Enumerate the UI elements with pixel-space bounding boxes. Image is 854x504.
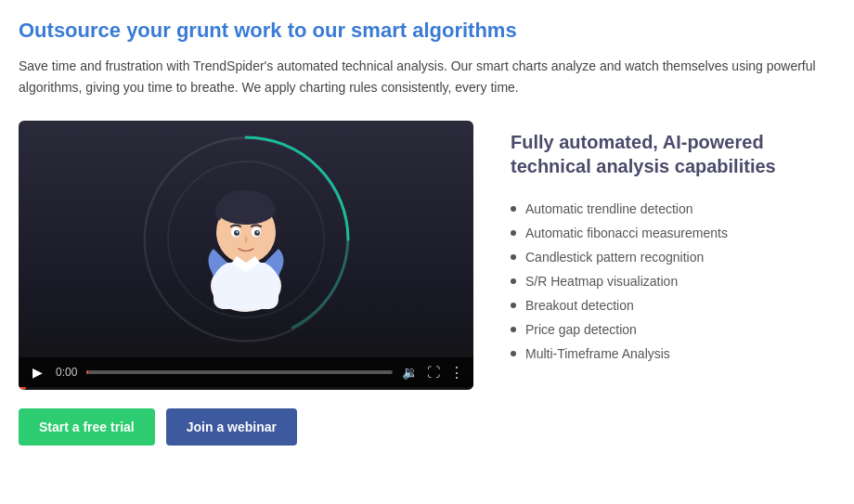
content-row: ▶ 0:00 🔉 ⛶ ⋮ Start a free trial Join a w… bbox=[19, 121, 835, 446]
bottom-progress-bar bbox=[19, 387, 26, 390]
page-headline: Outsource your grunt work to our smart a… bbox=[19, 19, 835, 43]
feature-text-5: Price gap detection bbox=[525, 322, 637, 337]
features-list: Automatic trendline detectionAutomatic f… bbox=[511, 197, 835, 366]
feature-item-5: Price gap detection bbox=[511, 317, 835, 342]
bullet-icon-3 bbox=[511, 278, 516, 284]
progress-fill bbox=[86, 370, 88, 374]
page-description: Save time and frustration with TrendSpid… bbox=[19, 56, 817, 98]
page-container: Outsource your grunt work to our smart a… bbox=[19, 19, 835, 446]
bullet-icon-6 bbox=[511, 351, 516, 356]
video-section: ▶ 0:00 🔉 ⛶ ⋮ Start a free trial Join a w… bbox=[19, 121, 473, 446]
play-button[interactable]: ▶ bbox=[28, 363, 46, 381]
video-content bbox=[19, 121, 473, 357]
features-title: Fully automated, AI-powered technical an… bbox=[511, 130, 835, 178]
fullscreen-button[interactable]: ⛶ bbox=[427, 365, 440, 380]
feature-text-2: Candlestick pattern recognition bbox=[525, 250, 704, 265]
time-display: 0:00 bbox=[56, 366, 77, 379]
feature-item-0: Automatic trendline detection bbox=[511, 197, 835, 221]
video-player: ▶ 0:00 🔉 ⛶ ⋮ bbox=[19, 121, 473, 390]
feature-item-2: Candlestick pattern recognition bbox=[511, 245, 835, 269]
bullet-icon-5 bbox=[511, 327, 516, 332]
feature-item-4: Breakout detection bbox=[511, 293, 835, 317]
bullet-icon-1 bbox=[511, 230, 516, 236]
feature-item-6: Multi-Timeframe Analysis bbox=[511, 342, 835, 366]
more-button[interactable]: ⋮ bbox=[449, 364, 464, 381]
feature-item-1: Automatic fibonacci measurements bbox=[511, 221, 835, 245]
feature-text-3: S/R Heatmap visualization bbox=[525, 274, 678, 289]
volume-button[interactable]: 🔉 bbox=[402, 365, 418, 380]
feature-text-4: Breakout detection bbox=[525, 298, 634, 313]
progress-bar[interactable] bbox=[86, 370, 393, 374]
video-controls: ▶ 0:00 🔉 ⛶ ⋮ bbox=[19, 357, 473, 387]
features-section: Fully automated, AI-powered technical an… bbox=[511, 121, 835, 366]
feature-text-1: Automatic fibonacci measurements bbox=[525, 226, 728, 240]
buttons-row: Start a free trial Join a webinar bbox=[19, 408, 473, 446]
join-webinar-button[interactable]: Join a webinar bbox=[166, 408, 297, 446]
bullet-icon-0 bbox=[511, 206, 516, 212]
bullet-icon-4 bbox=[511, 303, 516, 308]
feature-text-0: Automatic trendline detection bbox=[525, 201, 693, 216]
feature-text-6: Multi-Timeframe Analysis bbox=[525, 346, 670, 361]
feature-item-3: S/R Heatmap visualization bbox=[511, 269, 835, 293]
bullet-icon-2 bbox=[511, 254, 516, 260]
arc-svg bbox=[135, 128, 357, 351]
start-trial-button[interactable]: Start a free trial bbox=[19, 408, 155, 446]
